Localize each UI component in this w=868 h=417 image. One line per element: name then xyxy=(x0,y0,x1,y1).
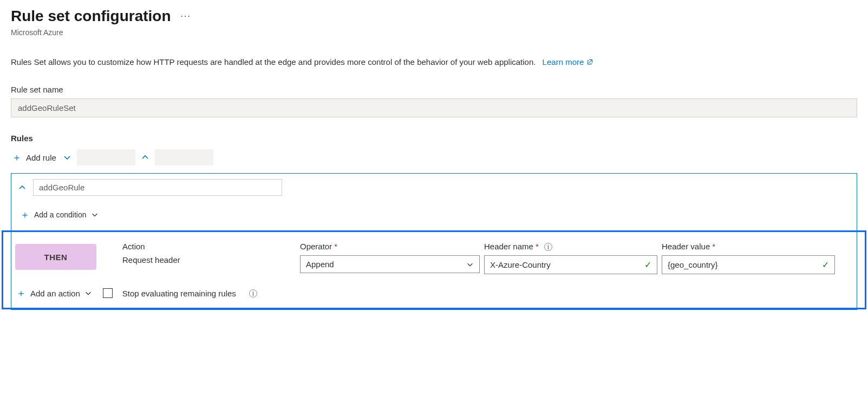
plus-icon: ＋ xyxy=(12,153,22,162)
header-name-input[interactable] xyxy=(490,260,635,269)
rule-panel: ＋ Add a condition THEN Action Request he… xyxy=(11,173,857,310)
plus-icon: ＋ xyxy=(16,288,26,298)
check-icon: ✓ xyxy=(822,260,829,270)
disabled-pill-2 xyxy=(155,149,213,166)
more-actions-icon[interactable]: ··· xyxy=(181,11,191,21)
stop-evaluating-label: Stop evaluating remaining rules xyxy=(122,289,236,298)
collapse-rule-icon[interactable] xyxy=(18,183,27,192)
ruleset-name-input[interactable] xyxy=(11,98,857,117)
add-condition-button[interactable]: ＋ Add a condition xyxy=(20,210,99,220)
add-rule-button[interactable]: ＋ Add rule xyxy=(11,150,57,164)
add-rule-label: Add rule xyxy=(26,153,56,162)
then-badge: THEN xyxy=(15,244,96,270)
header-name-input-wrapper: ✓ xyxy=(484,255,657,274)
action-column-label: Action xyxy=(122,242,296,251)
required-asterisk: * xyxy=(536,242,539,251)
external-link-icon xyxy=(586,58,593,65)
page-subtitle: Microsoft Azure xyxy=(11,28,857,37)
chevron-down-icon xyxy=(466,261,474,268)
header-value-column-label: Header value* xyxy=(662,242,835,251)
chevron-down-icon xyxy=(84,289,92,297)
operator-column-label: Operator* xyxy=(300,242,480,251)
add-action-label: Add an action xyxy=(30,289,80,298)
operator-value: Append xyxy=(306,260,334,269)
header-name-column-label: Header name* i xyxy=(484,242,657,251)
stop-evaluating-checkbox[interactable] xyxy=(103,288,113,298)
plus-icon: ＋ xyxy=(20,210,30,220)
move-down-icon[interactable] xyxy=(63,153,71,162)
operator-select[interactable]: Append xyxy=(300,255,480,273)
header-value-input[interactable] xyxy=(668,260,813,269)
ruleset-name-label: Rule set name xyxy=(11,85,857,94)
info-icon[interactable]: i xyxy=(249,289,257,297)
required-asterisk: * xyxy=(334,242,337,251)
move-up-icon[interactable] xyxy=(141,153,149,162)
header-value-input-wrapper: ✓ xyxy=(662,255,835,274)
info-icon[interactable]: i xyxy=(544,243,552,251)
action-type-value: Request header xyxy=(122,255,296,264)
page-title: Rule set configuration xyxy=(11,8,171,25)
learn-more-label: Learn more xyxy=(543,57,584,67)
check-icon: ✓ xyxy=(644,260,651,270)
rule-name-input[interactable] xyxy=(33,179,282,196)
learn-more-link[interactable]: Learn more xyxy=(543,57,594,67)
add-action-button[interactable]: ＋ Add an action xyxy=(15,286,93,300)
then-action-box: THEN Action Request header Operator* App… xyxy=(2,230,866,309)
page-description: Rules Set allows you to customize how HT… xyxy=(11,57,536,67)
add-condition-label: Add a condition xyxy=(34,210,87,219)
required-asterisk: * xyxy=(712,242,715,251)
disabled-pill-1 xyxy=(77,149,135,166)
chevron-down-icon xyxy=(91,211,99,219)
rules-section-label: Rules xyxy=(11,134,857,143)
